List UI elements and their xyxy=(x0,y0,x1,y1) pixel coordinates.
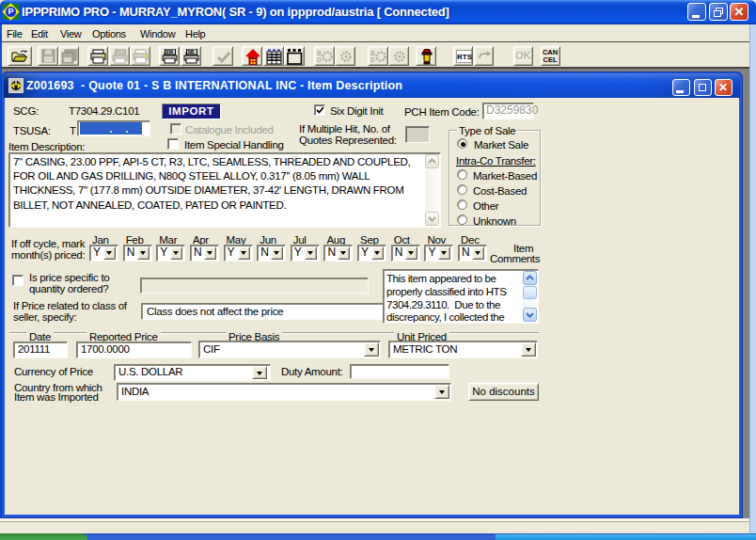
svg-text:B: B xyxy=(370,50,375,56)
svg-text:B: B xyxy=(317,50,322,56)
svg-text:D: D xyxy=(317,56,322,63)
svg-text:D: D xyxy=(370,56,375,63)
svg-text:SB: SB xyxy=(187,49,194,55)
svg-text:EM: EM xyxy=(166,49,174,55)
svg-text:FCM: FCM xyxy=(116,49,126,55)
